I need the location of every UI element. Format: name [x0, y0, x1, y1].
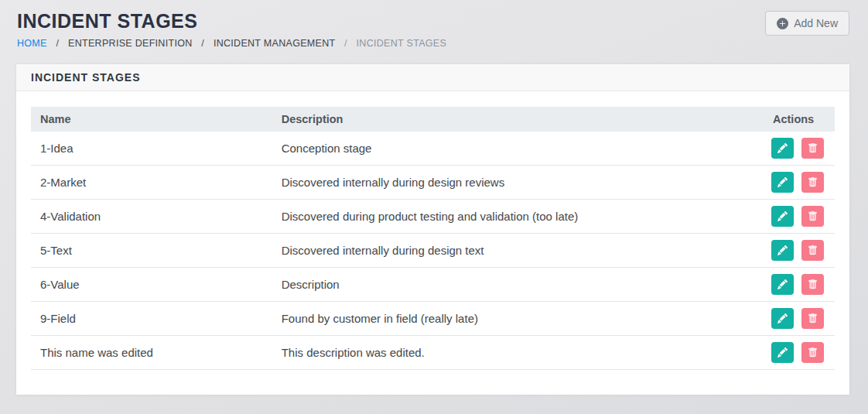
delete-button[interactable]: [801, 206, 824, 227]
plus-circle-icon: [777, 18, 788, 29]
column-header-name: Name: [31, 107, 272, 132]
edit-button[interactable]: [771, 138, 794, 159]
trash-icon: [808, 211, 818, 221]
edit-button[interactable]: [771, 206, 794, 227]
title-block: INCIDENT STAGES HOME / ENTERPRISE DEFINI…: [17, 10, 446, 49]
card-title: INCIDENT STAGES: [31, 71, 141, 84]
cell-actions: [764, 336, 835, 370]
cell-actions: [764, 200, 835, 234]
add-new-button[interactable]: Add New: [765, 11, 849, 36]
trash-icon: [808, 313, 818, 323]
cell-name: 4-Validation: [31, 200, 272, 234]
table-head: Name Description Actions: [31, 107, 835, 132]
breadcrumb-home-link[interactable]: HOME: [17, 38, 47, 49]
incident-stages-card: INCIDENT STAGES Name Description Actions…: [16, 64, 849, 395]
cell-actions: [764, 166, 835, 200]
cell-description: Discovered during product testing and va…: [272, 200, 764, 234]
cell-name: This name was edited: [31, 336, 272, 370]
delete-button[interactable]: [801, 274, 824, 295]
breadcrumb-item-incident-stages: INCIDENT STAGES: [357, 38, 447, 49]
card-body: Name Description Actions 1-Idea Concepti…: [16, 91, 849, 395]
pencil-icon: [777, 347, 788, 358]
add-new-label: Add New: [794, 17, 838, 29]
page-header: INCIDENT STAGES HOME / ENTERPRISE DEFINI…: [0, 0, 868, 49]
pencil-icon: [777, 143, 788, 153]
edit-button[interactable]: [771, 274, 794, 295]
cell-actions: [764, 132, 835, 166]
trash-icon: [808, 177, 818, 187]
delete-button[interactable]: [801, 172, 824, 193]
page-title: INCIDENT STAGES: [17, 10, 446, 33]
cell-name: 6-Value: [31, 268, 272, 302]
breadcrumb: HOME / ENTERPRISE DEFINITION / INCIDENT …: [17, 38, 446, 49]
edit-button[interactable]: [771, 342, 794, 363]
cell-name: 1-Idea: [31, 132, 272, 166]
trash-icon: [808, 143, 818, 153]
cell-description: Description: [272, 268, 764, 302]
cell-description: Discovered internally during design text: [272, 234, 764, 268]
cell-name: 9-Field: [31, 302, 272, 336]
cell-name: 5-Text: [31, 234, 272, 268]
incident-stages-table: Name Description Actions 1-Idea Concepti…: [31, 107, 835, 370]
table-row: 6-Value Description: [31, 268, 835, 302]
cell-description: This description was edited.: [272, 336, 764, 370]
cell-actions: [764, 234, 835, 268]
table-row: 2-Market Discovered internally during de…: [31, 166, 835, 200]
cell-description: Discovered internally during design revi…: [272, 166, 764, 200]
trash-icon: [808, 347, 818, 358]
delete-button[interactable]: [801, 342, 824, 363]
breadcrumb-item-enterprise-definition: ENTERPRISE DEFINITION: [68, 38, 192, 49]
card-header: INCIDENT STAGES: [16, 64, 849, 91]
pencil-icon: [777, 177, 788, 187]
edit-button[interactable]: [771, 240, 794, 261]
pencil-icon: [777, 279, 788, 289]
pencil-icon: [777, 313, 788, 323]
breadcrumb-separator: /: [344, 38, 347, 49]
table-row: 1-Idea Conception stage: [31, 132, 835, 166]
delete-button[interactable]: [801, 138, 824, 159]
cell-description: Conception stage: [272, 132, 764, 166]
cell-actions: [764, 268, 835, 302]
cell-actions: [764, 302, 835, 336]
cell-description: Found by customer in field (really late): [272, 302, 764, 336]
table-row: 5-Text Discovered internally during desi…: [31, 234, 835, 268]
table-body: 1-Idea Conception stage 2-Market Discove…: [31, 132, 835, 370]
edit-button[interactable]: [771, 172, 794, 193]
trash-icon: [808, 279, 818, 289]
column-header-description: Description: [272, 107, 764, 132]
trash-icon: [808, 245, 818, 255]
breadcrumb-item-incident-management: INCIDENT MANAGEMENT: [214, 38, 335, 49]
pencil-icon: [777, 245, 788, 255]
table-header-row: Name Description Actions: [31, 107, 835, 132]
breadcrumb-separator: /: [56, 38, 59, 49]
delete-button[interactable]: [801, 308, 824, 329]
table-row: 9-Field Found by customer in field (real…: [31, 302, 835, 336]
column-header-actions: Actions: [764, 107, 835, 132]
edit-button[interactable]: [771, 308, 794, 329]
pencil-icon: [777, 211, 788, 221]
table-row: 4-Validation Discovered during product t…: [31, 200, 835, 234]
delete-button[interactable]: [801, 240, 824, 261]
cell-name: 2-Market: [31, 166, 272, 200]
breadcrumb-separator: /: [201, 38, 204, 49]
table-row: This name was edited This description wa…: [31, 336, 835, 370]
